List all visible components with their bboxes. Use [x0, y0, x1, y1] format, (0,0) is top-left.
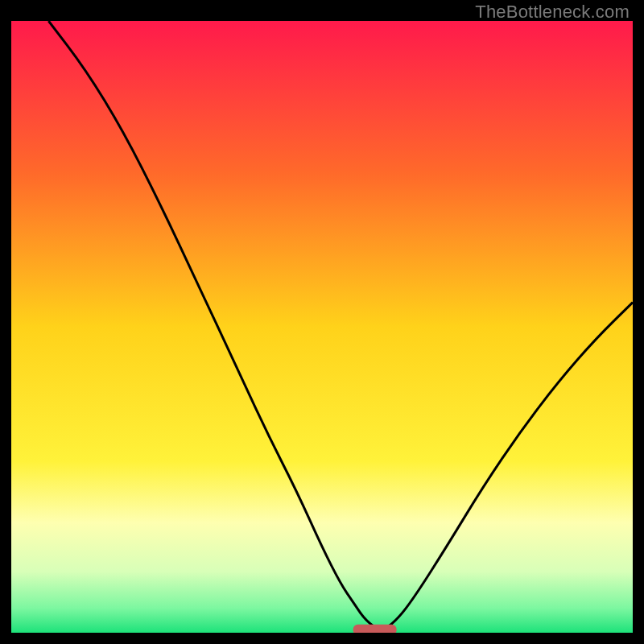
- optimal-range-marker: [353, 625, 397, 633]
- watermark-text: TheBottleneck.com: [475, 2, 630, 23]
- gradient-background: [11, 21, 633, 633]
- chart-svg: [11, 21, 633, 633]
- plot-area: [11, 21, 633, 633]
- chart-frame: TheBottleneck.com: [0, 0, 644, 644]
